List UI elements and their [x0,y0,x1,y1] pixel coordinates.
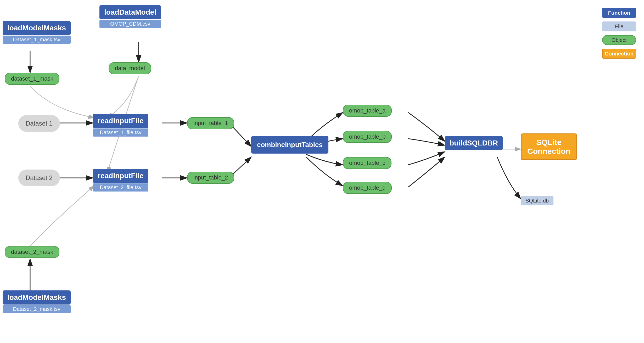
dataset-2-mask-object: dataset_2_mask [5,246,59,258]
load-data-model-file: OMOP_CDM.csv [99,20,161,28]
dataset-1-cloud: Dataset 1 [18,115,60,132]
dataset-2-mask-node: dataset_2_mask [5,246,59,258]
omop-table-c-object: omop_table_c [343,157,391,169]
dataset-1-mask-object: dataset_1_mask [5,73,59,85]
canvas: loadDataModel OMOP_CDM.csv data_model lo… [0,0,644,343]
dataset-2-cloud: Dataset 2 [18,170,60,186]
read-input-file-2-file: Dataset_2_file.tsv [93,183,148,192]
build-sqldbr-node: buildSQLDBR [445,136,503,150]
legend-file-label: File [615,24,623,30]
legend-function-label: Function [608,10,630,16]
load-data-model-func: loadDataModel [99,5,161,19]
dataset-2-cloud-node: Dataset 2 [18,170,60,186]
legend-object-box: Object [602,35,636,45]
dataset-1-mask-node: dataset_1_mask [5,73,59,85]
omop-table-d-object: omop_table_d [343,182,392,194]
legend-function-item: Function [602,8,636,18]
input-table-1-object: input_table_1 [187,117,234,129]
read-input-file-1-node: readInputFile Dataset_1_file.tsv [93,114,148,137]
omop-table-b-object: omop_table_b [343,131,392,143]
load-model-masks-1-node: loadModelMasks Dataset_1_mask.tsv [3,21,71,44]
read-input-file-2-title: readInputFile [98,172,144,180]
read-input-file-2-node: readInputFile Dataset_2_file.tsv [93,169,148,192]
input-table-2-object: input_table_2 [187,172,234,184]
omop-table-d-node: omop_table_d [343,182,392,194]
read-input-file-1-title: readInputFile [98,117,144,125]
load-model-masks-1-func: loadModelMasks [3,21,71,35]
omop-table-a-object: omop_table_a [343,105,392,117]
data-model-object: data_model [109,62,151,74]
omop-table-b-node: omop_table_b [343,131,392,143]
load-model-masks-2-node: loadModelMasks Dataset_2_mask.tsv [3,290,71,313]
sqlite-db-node: SQLite.db [521,196,553,205]
load-data-model-title: loadDataModel [104,8,156,16]
input-table-1-node: input_table_1 [187,117,234,129]
load-model-masks-2-title: loadModelMasks [7,293,66,301]
legend-file-box: File [602,21,636,31]
load-model-masks-1-file: Dataset_1_mask.tsv [3,36,71,44]
load-model-masks-2-file: Dataset_2_mask.tsv [3,305,71,313]
omop-table-a-node: omop_table_a [343,105,392,117]
load-model-masks-1-title: loadModelMasks [7,24,66,32]
legend-connection-item: Connection [602,49,636,59]
read-input-file-1-file: Dataset_1_file.tsv [93,128,148,137]
legend-connection-label: Connection [605,51,634,57]
read-input-file-1-func: readInputFile [93,114,148,128]
combine-input-tables-node: combineInputTables [251,136,328,154]
omop-table-c-node: omop_table_c [343,157,391,169]
load-data-model-node: loadDataModel OMOP_CDM.csv [99,5,161,28]
legend-connection-box: Connection [602,49,636,59]
input-table-2-node: input_table_2 [187,172,234,184]
legend: Function File Object Connection [602,8,636,59]
legend-object-label: Object [612,37,627,43]
combine-input-tables-func: combineInputTables [251,136,328,154]
legend-object-item: Object [602,35,636,45]
sqlite-connection-node: SQLiteConnection [521,133,577,160]
sqlite-db-file: SQLite.db [521,196,553,205]
load-model-masks-2-func: loadModelMasks [3,290,71,305]
data-model-node: data_model [109,62,151,74]
legend-file-item: File [602,21,636,31]
build-sqldbr-func: buildSQLDBR [445,136,503,150]
legend-function-box: Function [602,8,636,18]
sqlite-connection-object: SQLiteConnection [521,133,577,160]
dataset-1-cloud-node: Dataset 1 [18,115,60,132]
read-input-file-2-func: readInputFile [93,169,148,183]
